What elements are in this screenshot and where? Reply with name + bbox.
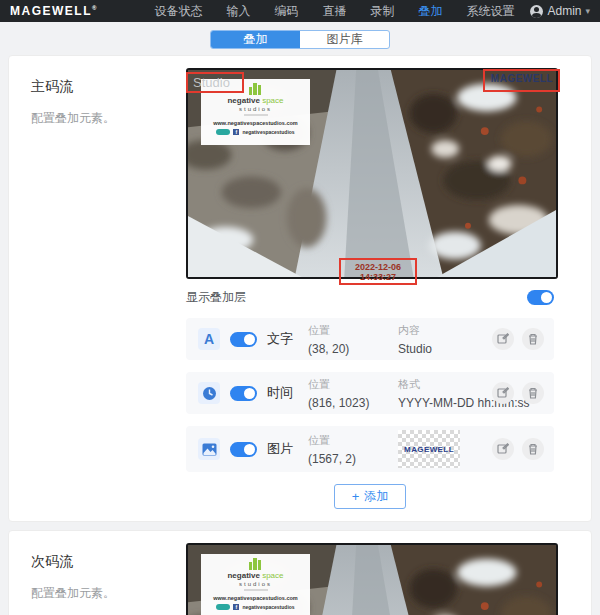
text-overlay-icon: A [198, 328, 220, 350]
user-icon [530, 5, 543, 18]
edit-icon [497, 443, 509, 455]
sub-stream-title: 次码流 [31, 553, 186, 571]
time-overlay-toggle[interactable] [230, 386, 257, 401]
edit-icon [497, 333, 509, 345]
tab-control: 叠加 图片库 [210, 30, 390, 49]
nav-item-encoding[interactable]: 编码 [274, 3, 298, 20]
studios-building-icon [248, 558, 264, 570]
clock-icon [198, 382, 220, 404]
facebook-icon [233, 604, 239, 610]
facebook-handle: negativespacestudios [242, 129, 294, 135]
nav-item-input[interactable]: 输入 [226, 3, 250, 20]
edit-icon [497, 387, 509, 399]
overlay-type-label: 文字 [267, 330, 293, 348]
studios-url: www.negativespacestudios.com [213, 595, 297, 601]
studios-building-icon [248, 83, 264, 95]
text-overlay-toggle[interactable] [230, 332, 257, 347]
studios-name: negative space [227, 96, 283, 105]
studios-subname: studios [239, 581, 272, 587]
studios-name: negative space [227, 571, 283, 580]
field-position: 位置 (1567, 2) [308, 433, 356, 466]
nav-item-record[interactable]: 录制 [370, 3, 394, 20]
field-content: 内容 Studio [398, 323, 432, 356]
studios-social-row: negativespacestudios [216, 129, 294, 135]
nav-item-system-settings[interactable]: 系统设置 [466, 3, 514, 20]
show-overlay-toggle[interactable] [527, 290, 554, 305]
edit-button[interactable] [492, 328, 514, 350]
studios-social-row: negativespacestudios [216, 604, 294, 610]
facebook-handle: negativespacestudios [242, 604, 294, 610]
overlay-row-time: 时间 位置 (816, 1023) 格式 YYYY-MM-DD hh:mm:ss [186, 372, 554, 414]
trash-icon [527, 443, 539, 455]
studios-url: www.negativespacestudios.com [213, 120, 297, 126]
overlay-image-thumbnail: MAGEWELL [398, 430, 460, 468]
main-stream-subtitle: 配置叠加元素。 [31, 110, 186, 127]
tab-image-library[interactable]: 图片库 [300, 31, 389, 48]
caret-down-icon: ▾ [585, 6, 590, 16]
image-overlay-toggle[interactable] [230, 442, 257, 457]
image-icon [198, 438, 220, 460]
show-overlay-row: 显示叠加层 [186, 289, 554, 306]
main-stream-header: 主码流 配置叠加元素。 [9, 68, 186, 509]
annotation-box-magewell [483, 69, 560, 92]
overlay-row-text: A 文字 位置 (38, 20) 内容 Studio [186, 318, 554, 360]
studios-divider [244, 114, 268, 116]
trash-icon [527, 387, 539, 399]
field-position: 位置 (38, 20) [308, 323, 349, 356]
tabs-wrap: 叠加 图片库 [0, 30, 600, 49]
top-nav-bar: MAGEWELL® 设备状态 输入 编码 直播 录制 叠加 系统设置 Admin… [0, 0, 600, 22]
main-stream-preview: negative space studios www.negativespace… [186, 68, 558, 279]
delete-button[interactable] [522, 438, 544, 460]
admin-menu[interactable]: Admin ▾ [530, 4, 590, 18]
tab-overlay[interactable]: 叠加 [211, 31, 300, 48]
sub-stream-subtitle: 配置叠加元素。 [31, 585, 186, 602]
edit-button[interactable] [492, 438, 514, 460]
main-stream-title: 主码流 [31, 78, 186, 96]
social-badge-icon [216, 129, 230, 135]
edit-button[interactable] [492, 382, 514, 404]
plus-icon: + [352, 491, 360, 502]
magewell-logo: MAGEWELL® [10, 4, 96, 18]
trash-icon [527, 333, 539, 345]
sub-stream-preview: negative space studios www.negativespace… [186, 543, 558, 615]
nav-item-device-status[interactable]: 设备状态 [154, 3, 202, 20]
nav-item-live[interactable]: 直播 [322, 3, 346, 20]
overlay-type-label: 时间 [267, 384, 293, 402]
field-position: 位置 (816, 1023) [308, 377, 369, 410]
delete-button[interactable] [522, 382, 544, 404]
negative-space-studios-watermark: negative space studios www.negativespace… [201, 554, 310, 615]
studios-subname: studios [239, 106, 272, 112]
studios-divider [244, 589, 268, 591]
nav-menu: 设备状态 输入 编码 直播 录制 叠加 系统设置 [138, 3, 530, 20]
overlay-type-label: 图片 [267, 440, 293, 458]
facebook-icon [233, 129, 239, 135]
social-badge-icon [216, 604, 230, 610]
overlay-row-image: 图片 位置 (1567, 2) MAGEWELL [186, 426, 554, 472]
nav-item-overlay[interactable]: 叠加 [418, 3, 442, 20]
main-stream-card: 主码流 配置叠加元素。 [8, 55, 592, 522]
sub-stream-header: 次码流 配置叠加元素。 [9, 543, 186, 615]
admin-label: Admin [547, 4, 581, 18]
add-button-wrap: + 添加 [186, 484, 554, 509]
annotation-box-studio [186, 72, 244, 93]
annotation-box-timestamp [339, 258, 417, 285]
sub-stream-card: 次码流 配置叠加元素。 negative space studios www.n… [8, 530, 592, 615]
delete-button[interactable] [522, 328, 544, 350]
show-overlay-label: 显示叠加层 [186, 289, 246, 306]
add-overlay-button[interactable]: + 添加 [334, 484, 407, 509]
